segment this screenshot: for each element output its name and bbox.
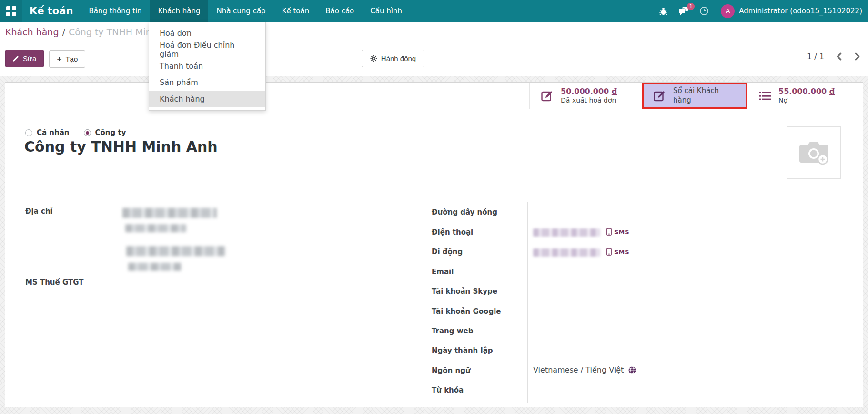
create-button-label: Tạo [65,55,78,63]
list-icon [759,91,771,101]
breadcrumb-parent-link[interactable]: Khách hàng [5,27,59,37]
radio-company[interactable]: Công ty [84,128,126,137]
nav-item-customers[interactable]: Khách hàng [150,0,209,22]
language-value[interactable]: Vietnamese / Tiếng Việt [533,365,636,374]
customer-ledger-stat-button-highlighted[interactable]: Sổ cái Khách hàng [642,83,747,109]
skype-label: Tài khoản Skype [432,287,497,296]
debit-amount: 55.000.000 [778,87,827,96]
nav-item-accounting[interactable]: Kế toán [274,0,318,22]
avatar: A [721,4,735,18]
create-button[interactable]: + Tạo [49,50,85,68]
redacted-address-line [126,246,225,256]
invoiced-amount: 50.000.000 [561,87,609,96]
pencil-square-icon [541,90,554,102]
company-logo-placeholder[interactable] [787,126,841,179]
mobile-sms-link[interactable]: SMS [606,248,629,256]
clock-icon [699,6,709,16]
pencil-icon [13,55,19,62]
pager: 1 / 1 [807,52,860,61]
apps-menu-button[interactable] [0,0,22,22]
messages-button[interactable]: 1 [673,0,694,22]
edit-button-label: Sửa [23,54,36,62]
invoiced-stat-label: Đã xuất hoá đơn [561,96,617,105]
form-sheet: 50.000.000 đ Đã xuất hoá đơn Sổ cái Khác… [5,82,863,407]
invoiced-currency: đ [612,87,617,96]
debit-currency: đ [829,87,835,96]
pager-value: 1 / 1 [807,52,824,61]
radio-person-label: Cá nhân [37,128,70,137]
keywords-label: Từ khóa [432,386,464,394]
invoiced-stat-texts: 50.000.000 đ Đã xuất hoá đơn [561,87,617,105]
company-type-selector: Cá nhân Công ty [25,128,126,137]
nav-item-reports[interactable]: Báo cáo [317,0,362,22]
odoo-window: Kế toán Bảng thông tin Khách hàng Nhà cu… [0,0,868,414]
menu-item-credit-notes[interactable]: Hoá đơn Điều chỉnh giảm [149,41,265,58]
bug-icon [659,7,668,16]
radio-person-circle [25,129,32,136]
debug-menu-button[interactable] [654,0,673,22]
gear-icon [370,55,377,62]
phone-sms-link[interactable]: SMS [606,228,629,236]
top-navbar: Kế toán Bảng thông tin Khách hàng Nhà cu… [0,0,868,22]
language-text: Vietnamese / Tiếng Việt [533,365,624,374]
ledger-stat-label: Sổ cái Khách hàng [673,86,729,105]
language-label: Ngôn ngữ [432,366,471,375]
menu-item-customers[interactable]: Khách hàng [149,91,265,107]
customers-dropdown-menu: Hoá đơn Hoá đơn Điều chỉnh giảm Thanh to… [149,22,266,111]
website-label: Trang web [432,327,474,335]
action-menu-button[interactable]: Hành động [362,50,424,67]
breadcrumb-divider: / [59,27,68,37]
debit-stat-texts: 55.000.000 đ Nợ [778,87,835,105]
debit-stat-button[interactable]: 55.000.000 đ Nợ [747,83,863,109]
field-separator-right [527,202,528,403]
field-separator-left [119,202,119,290]
action-menu-label: Hành động [381,54,416,62]
pager-next-button[interactable] [854,52,860,61]
pencil-square-icon [654,90,666,102]
mobile-sms-label: SMS [614,248,629,256]
google-label: Tài khoản Google [432,307,501,316]
globe-icon [628,366,636,374]
redacted-address-line [125,224,186,232]
hotline-label: Đường dây nóng [432,208,497,217]
radio-company-label: Công ty [95,128,126,137]
user-name: Administrator (odoo15_15102022) [739,7,862,15]
nav-item-vendors[interactable]: Nhà cung cấp [208,0,273,22]
mobile-phone-icon [606,228,612,236]
nav-item-dashboard[interactable]: Bảng thông tin [81,0,150,22]
invoiced-stat-button[interactable]: 50.000.000 đ Đã xuất hoá đơn [529,83,642,109]
chevron-left-icon [836,52,842,61]
debit-stat-label: Nợ [778,96,835,105]
email-label: Email [432,268,454,276]
edit-button[interactable]: Sửa [5,50,44,67]
control-panel: Sửa + Tạo Hành động 1 / 1 [0,50,868,68]
stat-button-box: 50.000.000 đ Đã xuất hoá đơn Sổ cái Khác… [5,83,863,109]
plus-icon: + [57,55,61,63]
menu-item-payments[interactable]: Thanh toán [149,58,265,74]
mobile-phone-icon [606,248,612,256]
content-area: 50.000.000 đ Đã xuất hoá đơn Sổ cái Khác… [0,76,868,414]
activities-button[interactable] [694,0,714,22]
stat-box-spacer [463,83,529,109]
mobile-label: Di động [432,248,463,256]
phone-label: Điện thoại [432,228,473,237]
radio-company-circle-selected [84,129,91,136]
redacted-phone-value [533,228,600,237]
messages-count-badge: 1 [687,3,695,10]
pager-previous-button[interactable] [836,52,842,61]
user-menu[interactable]: A Administrator (odoo15_15102022) [721,4,862,18]
navbar-right: 1 A Administrator (odoo15_15102022) [654,0,868,22]
menu-item-products[interactable]: Sản phẩm [149,74,265,91]
record-title[interactable]: Công ty TNHH Minh Anh [24,138,218,155]
menu-item-invoices[interactable]: Hoá đơn [149,25,265,41]
radio-person[interactable]: Cá nhân [25,128,70,137]
nav-item-configuration[interactable]: Cấu hình [362,0,410,22]
address-label: Địa chỉ [25,207,53,216]
apps-grid-icon [6,6,16,16]
founded-label: Ngày thành lập [432,346,493,355]
redacted-mobile-value [533,248,600,257]
tax-id-label: MS Thuế GTGT [25,278,84,287]
redacted-address-line [128,263,182,271]
camera-plus-icon [798,139,829,166]
app-brand[interactable]: Kế toán [22,0,81,22]
